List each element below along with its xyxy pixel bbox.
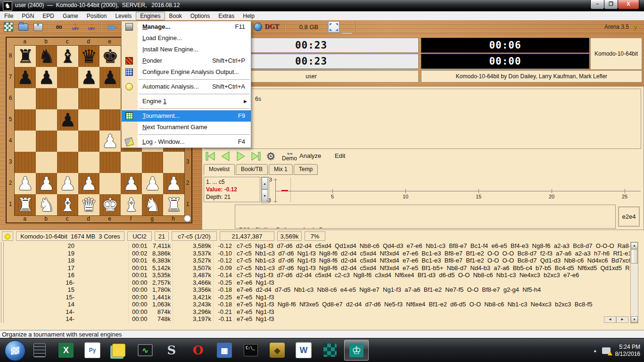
resource-monitor-taskbar-button[interactable]: ∿ [133, 340, 157, 361]
menubar-item-help[interactable]: Help [239, 12, 259, 20]
menu-item-tournament[interactable]: Tournament...F9 [122, 110, 251, 122]
square-h3[interactable] [163, 152, 184, 173]
analyze-button[interactable]: Analyze [299, 152, 321, 159]
white-r-piece[interactable]: ♜ [15, 194, 36, 215]
menu-item-load-engine[interactable]: Load Engine... [122, 33, 251, 44]
menubar-item-file[interactable]: File [0, 12, 17, 20]
menubar-item-levels[interactable]: Levels [111, 12, 136, 20]
menu-item-manage[interactable]: Manage...F11 [122, 21, 251, 33]
python-taskbar-button[interactable]: Py [80, 340, 105, 361]
sticky-notes-taskbar-button[interactable] [107, 340, 131, 361]
close-button[interactable]: X [618, 0, 639, 9]
white-r-piece[interactable]: ♜ [163, 194, 184, 215]
edit-button[interactable]: Edit [335, 152, 345, 159]
menu-item-install-new-engine[interactable]: Install New Engine... [122, 44, 251, 55]
first-move-button[interactable] [204, 150, 217, 163]
menu-item-automatic-analysis[interactable]: Automatic Analysis...Shift+Ctrl+A [122, 81, 251, 92]
square-a3[interactable] [15, 152, 36, 173]
analysis-row[interactable]: 1700:015,142k3,507k-0.09c7-c5 Nb1-c3 d7-… [5, 264, 630, 272]
analysis-row[interactable]: 1800:016,383k3,527k-0.12c7-c5 Nb1-c3 d7-… [5, 257, 630, 264]
square-f3[interactable] [121, 152, 142, 173]
analysis-row[interactable]: 14-00:00748k3,197k-0.11e7-e5 Ng1-f3 [5, 315, 630, 323]
analysis-row[interactable]: 1900:028,386k3,537k-0.10c7-c5 Nb1-c3 d7-… [5, 250, 630, 257]
taskbar-clock[interactable]: 5:24 PM 8/12/2016 [615, 344, 642, 358]
white-b-piece[interactable]: ♝ [57, 194, 78, 215]
square-c6[interactable] [57, 88, 78, 109]
black-p-piece[interactable]: ♟ [36, 67, 57, 88]
network-warning-icon[interactable] [602, 347, 611, 354]
evaluation-graph[interactable]: 3 -3 510152025 [269, 177, 642, 203]
black-p-piece[interactable]: ♟ [99, 67, 121, 88]
square-c3[interactable] [57, 152, 78, 173]
square-g3[interactable] [142, 152, 163, 173]
command-prompt-taskbar-button[interactable]: C:\_ [239, 340, 263, 361]
notepad-taskbar-button[interactable] [27, 340, 52, 361]
white-n-piece[interactable]: ♞ [36, 194, 57, 215]
gear-icon[interactable]: ⚙ [264, 150, 277, 163]
opera-taskbar-button[interactable]: O [186, 340, 210, 361]
square-c4[interactable] [57, 131, 78, 152]
previous-move-button[interactable] [219, 150, 232, 163]
last-move-box[interactable]: e2e4 [618, 206, 640, 227]
tab-movelist[interactable]: Movelist [204, 164, 235, 175]
menubar-item-epd[interactable]: EPD [38, 12, 58, 20]
white-q-piece[interactable]: ♛ [78, 194, 99, 215]
white-p-piece[interactable]: ♟ [78, 173, 99, 194]
new-game-button[interactable] [3, 21, 14, 33]
scrollbar-thumb[interactable] [631, 249, 638, 263]
word-taskbar-button[interactable]: W [291, 340, 316, 361]
start-button[interactable] [5, 340, 25, 361]
level-plus-button[interactable]: + LEV [69, 21, 82, 33]
panel-splitter[interactable] [1, 242, 4, 323]
square-d4[interactable] [78, 131, 99, 152]
minimize-button[interactable]: – [590, 0, 604, 9]
square-d5[interactable] [78, 109, 99, 131]
scroll-up-button[interactable]: ▲ [262, 177, 268, 189]
square-b3[interactable] [36, 152, 57, 173]
square-a5[interactable] [15, 109, 36, 131]
save-button[interactable] [32, 21, 44, 33]
square-d6[interactable] [78, 88, 99, 109]
analysis-row[interactable]: 16-00:002,757k3,466k-0.25e7-e6 Ng1-f3 [5, 279, 630, 287]
menu-item-log-window[interactable]: Log - Window...F4 [122, 136, 251, 148]
analysis-row[interactable]: 14-00:00874k3,296k-0.21e7-e5 Ng1-f3 [5, 308, 630, 316]
analysis-row[interactable]: 1500:001,780k3,356k-0.18e7-e6 d2-d4 d7-d… [5, 286, 630, 294]
level-minus-button[interactable]: − LEV [85, 21, 98, 33]
square-d3[interactable] [78, 152, 99, 173]
scite-taskbar-button[interactable]: S [159, 340, 184, 361]
square-e5[interactable] [99, 109, 121, 131]
white-p-piece[interactable]: ♟ [121, 173, 142, 194]
scroll-left-button[interactable]: ◄ [604, 316, 616, 323]
menu-item-next-tournament-game[interactable]: Next Tournament Game [122, 122, 251, 133]
expand-layout-button[interactable]: ◤◥ ◣◢ [328, 21, 339, 33]
analysis-row[interactable]: 14+00:00673k3,081k-0.04e7-e5 Ng1-f3 Ng8-… [5, 323, 630, 324]
menubar-item-game[interactable]: Game [58, 12, 83, 20]
white-p-piece[interactable]: ♟ [142, 173, 163, 194]
tab-book-tb[interactable]: Book/TB [236, 164, 268, 175]
analysis-row[interactable]: 1400:001,063k3,243k-0.18e7-e5 Ng1-f3 Ng8… [5, 301, 630, 308]
analysis-row[interactable]: 15-00:001,441k3,421k-0.25e7-e5 Ng1-f3 [5, 294, 630, 301]
black-p-piece[interactable]: ♟ [57, 109, 78, 131]
arena-taskbar-button[interactable]: ♔ [344, 340, 369, 361]
menu-item-ponder[interactable]: PonderShift+Ctrl+P [122, 55, 251, 66]
scroll-down-button[interactable]: ▼ [631, 316, 638, 323]
white-n-piece[interactable]: ♞ [142, 194, 163, 215]
black-b-piece[interactable]: ♝ [57, 46, 78, 67]
open-button[interactable] [17, 21, 29, 33]
analysis-horizontal-scrollbar[interactable]: ◄ ► [604, 316, 628, 323]
scroll-right-button[interactable]: ► [616, 316, 628, 323]
help-icon[interactable]: ? [631, 21, 638, 33]
square-c7[interactable] [57, 67, 78, 88]
white-k-piece[interactable]: ♚ [99, 194, 121, 215]
black-n-piece[interactable]: ♞ [36, 46, 57, 67]
menubar-item-extras[interactable]: Extras [214, 12, 239, 20]
analysis-row[interactable]: 2000:017,411k3,589k-0.12c7-c5 Ng1-f3 d7-… [5, 242, 630, 250]
infinite-analysis-button[interactable]: ∞ [52, 21, 66, 33]
square-b4[interactable] [36, 131, 57, 152]
tab-temp[interactable]: Temp [294, 164, 318, 175]
square-e3[interactable] [99, 152, 121, 173]
menubar-item-engines[interactable]: Engines [136, 12, 165, 20]
menu-item-configure-engine-analysis-output[interactable]: Configure Engine Analysis Output... [122, 66, 251, 78]
delphi-taskbar-button[interactable]: ◆ [265, 340, 289, 361]
excel-taskbar-button[interactable]: X [54, 340, 78, 361]
